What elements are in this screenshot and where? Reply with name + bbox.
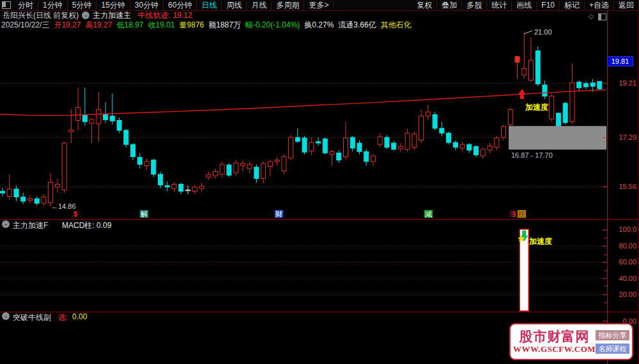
event-badge-zhang[interactable]: 涨 — [509, 210, 518, 218]
panel3-sel-label: 选: — [58, 312, 68, 323]
event-badge-jian[interactable]: 减 — [424, 210, 433, 218]
event-badge-cai[interactable]: 财 — [275, 210, 283, 218]
watermark-badge-courses[interactable]: 名师课程 — [596, 344, 629, 354]
panel3-collapse-icon[interactable]: ⌄ — [2, 312, 10, 320]
watermark-url[interactable]: WWW.GSCFW.COM — [513, 344, 596, 354]
watermark-right: 指标分享 名师课程 — [596, 330, 629, 354]
acceleration-label-main: 加速度 — [525, 102, 548, 113]
panel2-macd-value: MACD柱: 0.09 — [62, 220, 111, 231]
acceleration-label-panel2: 加速度 — [529, 236, 552, 247]
current-price-badge: 19.81 — [607, 56, 633, 66]
watermark-left: 股市财富网 WWW.GSCFW.COM — [513, 329, 596, 354]
candlestick-chart[interactable] — [0, 0, 639, 364]
zone-range-label: 16.87 - 17.70 — [511, 151, 553, 159]
panel2-axis-60: 60.00 — [611, 258, 636, 266]
panel2-title[interactable]: 主力加速F — [13, 220, 48, 231]
panel3-sel-value: 0.00 — [72, 312, 87, 321]
watermark-box: 股市财富网 WWW.GSCFW.COM 指标分享 名师课程 — [509, 323, 633, 360]
panel3-title[interactable]: 突破牛线副 — [13, 312, 51, 323]
watermark-site-name[interactable]: 股市财富网 — [513, 329, 596, 344]
watermark-badge-indicators[interactable]: 指标分享 — [596, 330, 629, 340]
axis-label-1556: 15.56 — [611, 183, 636, 190]
axis-label-1729: 17.29 — [611, 133, 636, 141]
panel2-collapse-icon[interactable]: ⌄ — [2, 220, 10, 228]
high-price-annotation: 21.00 — [534, 28, 552, 36]
axis-label-1921: 19.21 — [611, 79, 636, 87]
event-badge-dollar[interactable]: $ — [73, 210, 78, 218]
event-badge-bang[interactable]: 榜 — [518, 210, 526, 218]
star-marker: ★ — [517, 234, 525, 243]
panel2-axis-20: 20.00 — [611, 291, 636, 298]
low-price-annotation: ←14.86 — [51, 202, 76, 210]
panel2-axis-80: 80.00 — [611, 242, 636, 250]
event-badge-jie[interactable]: 解 — [140, 210, 148, 218]
panel2-axis-40: 40.00 — [611, 275, 636, 282]
panel2-axis-100: 100.0 — [611, 225, 636, 233]
